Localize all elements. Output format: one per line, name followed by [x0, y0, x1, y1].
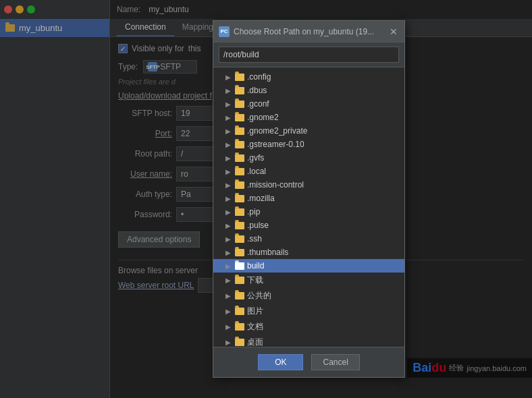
folder-icon [235, 168, 244, 175]
tree-expand-icon: ▶ [224, 323, 232, 331]
tree-expand-icon: ▶ [224, 195, 232, 202]
folder-icon [235, 74, 244, 81]
folder-icon [235, 235, 244, 243]
tree-item-label: .pip [247, 207, 260, 217]
tree-item[interactable]: ▶图片 [213, 304, 404, 319]
tree-item[interactable]: ▶.local [213, 165, 404, 178]
tree-expand-icon: ▶ [224, 208, 232, 216]
dialog-ok-button[interactable]: OK [258, 354, 303, 370]
tree-item[interactable]: ▶下载 [213, 273, 404, 288]
folder-icon [235, 181, 244, 189]
tree-item[interactable]: ▶.gnome2_private [213, 124, 404, 138]
tree-expand-icon: ▶ [224, 249, 232, 256]
dialog-footer: OK Cancel [213, 347, 404, 377]
tree-item-label: .thumbnails [247, 248, 288, 257]
tree-expand-icon: ▶ [224, 168, 232, 175]
tree-item-label: .mozilla [247, 194, 275, 203]
tree-expand-icon: ▶ [224, 292, 232, 300]
tree-item[interactable]: ▶.pulse [213, 219, 404, 232]
tree-item-label: .gnome2_private [247, 126, 307, 136]
folder-icon [235, 127, 244, 135]
tree-item[interactable]: ▶.gvfs [213, 151, 404, 165]
tree-item-label: .gvfs [247, 153, 264, 163]
tree-item[interactable]: ▶.dbus [213, 84, 404, 97]
tree-expand-icon: ▶ [224, 262, 232, 270]
dialog-title: Choose Root Path on my_ubuntu (19... [234, 27, 384, 36]
tree-item-label: .ssh [247, 234, 262, 244]
folder-icon [235, 222, 244, 229]
tree-expand-icon: ▶ [224, 154, 232, 162]
tree-expand-icon: ▶ [224, 74, 232, 81]
tree-expand-icon: ▶ [224, 277, 232, 284]
tree-expand-icon: ▶ [224, 181, 232, 189]
folder-icon [235, 292, 244, 300]
tree-expand-icon: ▶ [224, 87, 232, 94]
choose-root-path-dialog: PC Choose Root Path on my_ubuntu (19... … [213, 20, 405, 378]
tree-item-label: 图片 [247, 306, 263, 317]
folder-icon [235, 277, 244, 284]
tree-item[interactable]: ▶文档 [213, 319, 404, 335]
tree-item-label: .config [247, 72, 271, 82]
dialog-titlebar: PC Choose Root Path on my_ubuntu (19... … [213, 21, 404, 42]
folder-icon [235, 208, 244, 216]
folder-icon [235, 323, 244, 331]
dialog-path-input[interactable] [219, 47, 399, 63]
tree-expand-icon: ▶ [224, 235, 232, 243]
folder-icon [235, 262, 244, 270]
tree-expand-icon: ▶ [224, 141, 232, 148]
folder-icon [235, 154, 244, 162]
tree-item-label: .local [247, 167, 266, 176]
tree-item-label: .pulse [247, 221, 269, 230]
tree-item-label: build [247, 261, 264, 271]
tree-item-label: 公共的 [247, 290, 271, 302]
tree-item-label: .gnome2 [247, 113, 279, 122]
folder-icon [235, 87, 244, 94]
folder-icon [235, 141, 244, 148]
tree-expand-icon: ▶ [224, 101, 232, 108]
tree-item[interactable]: ▶build [213, 259, 404, 273]
dialog-pc-icon: PC [219, 26, 230, 37]
tree-item[interactable]: ▶.thumbnails [213, 246, 404, 259]
tree-item[interactable]: ▶.mission-control [213, 178, 404, 192]
tree-expand-icon: ▶ [224, 308, 232, 315]
tree-item-label: 文档 [247, 321, 263, 333]
tree-item[interactable]: ▶.config [213, 70, 404, 84]
tree-item[interactable]: ▶公共的 [213, 288, 404, 304]
folder-icon [235, 339, 244, 346]
folder-icon [235, 114, 244, 121]
tree-item[interactable]: ▶.mozilla [213, 192, 404, 205]
dialog-cancel-button[interactable]: Cancel [311, 354, 359, 370]
dialog-overlay: PC Choose Root Path on my_ubuntu (19... … [0, 0, 532, 398]
tree-item-label: 下载 [247, 275, 263, 286]
tree-expand-icon: ▶ [224, 339, 232, 346]
tree-expand-icon: ▶ [224, 127, 232, 135]
tree-item-label: .gstreamer-0.10 [247, 140, 304, 149]
tree-item[interactable]: ▶.gconf [213, 97, 404, 111]
tree-item[interactable]: ▶.gnome2 [213, 111, 404, 124]
tree-item-label: .mission-control [247, 180, 304, 190]
tree-item-label: 桌面 [247, 337, 263, 347]
folder-icon [235, 195, 244, 202]
tree-item-label: .dbus [247, 86, 267, 95]
tree-item[interactable]: ▶桌面 [213, 335, 404, 347]
tree-expand-icon: ▶ [224, 222, 232, 229]
dialog-path-area [213, 42, 404, 67]
dialog-file-tree: ▶.config▶.dbus▶.gconf▶.gnome2▶.gnome2_pr… [213, 67, 404, 347]
tree-expand-icon: ▶ [224, 114, 232, 121]
folder-icon [235, 308, 244, 315]
tree-item[interactable]: ▶.pip [213, 205, 404, 219]
tree-item[interactable]: ▶.gstreamer-0.10 [213, 138, 404, 151]
folder-icon [235, 249, 244, 256]
folder-icon [235, 101, 244, 108]
dialog-close-button[interactable]: ✕ [388, 26, 399, 37]
tree-item-label: .gconf [247, 99, 269, 109]
tree-item[interactable]: ▶.ssh [213, 232, 404, 246]
